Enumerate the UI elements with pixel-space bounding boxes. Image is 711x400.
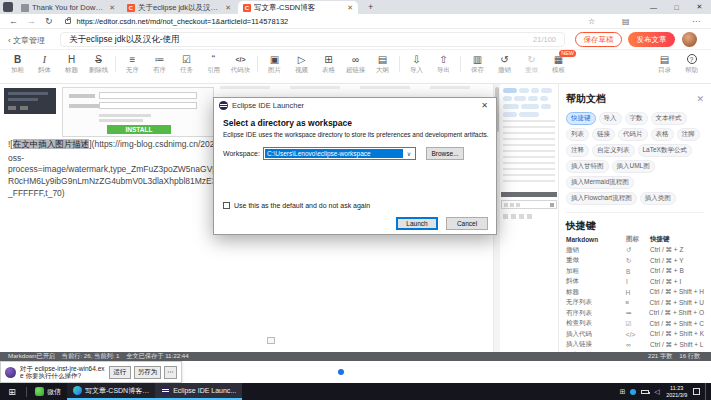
help-tag[interactable]: 表格 bbox=[651, 128, 674, 141]
help-tag[interactable]: 自定义列表 bbox=[592, 144, 635, 157]
start-button[interactable]: ⊞ bbox=[0, 383, 24, 400]
help-tag[interactable]: 字数 bbox=[625, 112, 648, 125]
publish-button[interactable]: 发布文章 bbox=[628, 32, 675, 47]
show-desktop-button[interactable] bbox=[705, 383, 708, 400]
toolbar-task-list-button[interactable]: ☑任务 bbox=[173, 53, 200, 75]
toolbar-undo-button[interactable]: ↺撤销 bbox=[491, 53, 518, 75]
maximize-button[interactable]: □ bbox=[665, 0, 688, 14]
toolbar-italic-button[interactable]: I斜体 bbox=[31, 53, 58, 75]
toolbar-unordered-list-button[interactable]: ≡无序 bbox=[119, 53, 146, 75]
toolbar-strikethrough-button[interactable]: S删除线 bbox=[85, 53, 112, 75]
help-tag[interactable]: 插入Mermaid流程图 bbox=[566, 176, 634, 189]
browser-tab-3-active[interactable]: C 写文章-CSDN博客 ✕ bbox=[238, 1, 358, 14]
minimize-button[interactable]: — bbox=[642, 0, 665, 14]
toolbar-table-button[interactable]: ⊞表格 bbox=[315, 53, 342, 75]
help-tag[interactable]: 注脚 bbox=[677, 128, 700, 141]
battery-icon[interactable] bbox=[641, 390, 649, 394]
browser-tab-2[interactable]: C 关于eclipse jdk以及汉化-CSDN… ✕ bbox=[122, 1, 236, 14]
help-tag[interactable]: 链接 bbox=[592, 128, 615, 141]
toolbar-help-button[interactable]: ?帮助 bbox=[678, 53, 705, 75]
save-as-button[interactable]: 另存为 bbox=[134, 366, 161, 379]
hyperlink-icon: ∞ bbox=[342, 53, 369, 66]
help-tag[interactable]: 注释 bbox=[566, 144, 589, 157]
browser-logo-icon[interactable] bbox=[3, 2, 13, 12]
cancel-button[interactable]: Cancel bbox=[446, 217, 488, 230]
shortcut-row: 重做↻Ctrl / ⌘ + Y bbox=[566, 256, 704, 267]
toolbar-toc-button[interactable]: ▤目录 bbox=[651, 53, 678, 75]
input-indicator-icon[interactable]: ⊞ bbox=[619, 383, 625, 400]
markdown-url-line[interactable]: oss- bbox=[8, 153, 24, 163]
taskbar-item-eclipse[interactable]: Eclipse IDE Launc... bbox=[155, 383, 242, 400]
tab-close-icon[interactable]: ✕ bbox=[347, 4, 353, 12]
refresh-icon[interactable]: ↻ bbox=[45, 14, 53, 29]
help-tag[interactable]: 快捷键 bbox=[566, 112, 596, 125]
new-tab-button[interactable]: + bbox=[368, 2, 373, 12]
taskbar-clock[interactable]: 11:23 2021/3/9 bbox=[665, 385, 688, 398]
volume-icon[interactable]: ◁ bbox=[654, 383, 659, 400]
help-tag[interactable]: 插入类图 bbox=[640, 192, 676, 205]
default-checkbox-row[interactable]: Use this as the default and do not ask a… bbox=[223, 202, 370, 209]
help-tag[interactable]: 插入UML图 bbox=[612, 160, 655, 173]
tab-close-icon[interactable]: ✕ bbox=[225, 4, 231, 12]
browser-tab-1[interactable]: Thank You for Downloading Ecl... ✕ bbox=[16, 1, 120, 14]
help-tag[interactable]: 插入甘特图 bbox=[566, 160, 609, 173]
new-badge: NEW bbox=[559, 50, 576, 57]
toolbar-quote-button[interactable]: “引用 bbox=[200, 53, 227, 75]
undo-label: 撤销 bbox=[491, 66, 518, 75]
shortcut-name: 无序列表 bbox=[566, 298, 626, 307]
checkbox[interactable] bbox=[223, 202, 230, 209]
save-draft-button[interactable]: 保存草稿 bbox=[575, 32, 622, 47]
toolbar-redo-button[interactable]: ↻重做 bbox=[518, 53, 545, 75]
outline-icon: ▤ bbox=[369, 53, 396, 66]
help-panel-close-icon[interactable]: ✕ bbox=[696, 94, 704, 104]
workspace-combobox[interactable]: C:\Users\Lenovo\eclipse-workspace ∨ bbox=[263, 147, 416, 160]
toolbar-template-button[interactable]: ▦模板NEW bbox=[545, 53, 572, 75]
dialog-titlebar[interactable]: Eclipse IDE Launcher ✕ bbox=[214, 98, 496, 112]
toolbar-code-block-button[interactable]: </>代码块 bbox=[227, 53, 254, 75]
help-tag[interactable]: 列表 bbox=[566, 128, 589, 141]
toolbar-save-button[interactable]: ▥保存 bbox=[464, 53, 491, 75]
dialog-close-icon[interactable]: ✕ bbox=[478, 101, 491, 110]
close-button[interactable]: ✕ bbox=[688, 0, 711, 14]
help-tag[interactable]: 文本样式 bbox=[651, 112, 687, 125]
favorites-star-icon[interactable]: ☆ bbox=[588, 17, 595, 26]
help-tag[interactable]: 插入Flowchart流程图 bbox=[566, 192, 637, 205]
browser-menu-ellipsis-icon[interactable]: ⋯ bbox=[692, 17, 700, 26]
taskbar-item-edge[interactable]: 写文章-CSDN博客… bbox=[67, 383, 155, 400]
browse-button[interactable]: Browse... bbox=[426, 147, 464, 160]
toolbar-image-button[interactable]: ▣图片 bbox=[261, 53, 288, 75]
help-tag[interactable]: 导入 bbox=[599, 112, 622, 125]
chevron-down-icon[interactable]: ∨ bbox=[403, 150, 415, 157]
user-avatar[interactable] bbox=[682, 32, 697, 47]
notification-center-icon[interactable] bbox=[693, 388, 700, 395]
back-icon[interactable]: ← bbox=[9, 14, 18, 29]
article-title-input[interactable]: 关于eclipse jdk以及汉化-使用 21/100 bbox=[60, 32, 565, 47]
toolbar-video-button[interactable]: ▷视频 bbox=[288, 53, 315, 75]
markdown-url-line[interactable]: _FFFFFF,t_70) bbox=[8, 188, 65, 198]
collections-icon[interactable]: ▤ bbox=[622, 17, 630, 26]
toolbar-heading-button[interactable]: H标题 bbox=[58, 53, 85, 75]
download-prompt-bar: 对于 eclipse-inst-jre-win64.exe 你要执行什么操作? … bbox=[0, 361, 182, 383]
template-label: 模板 bbox=[545, 66, 572, 75]
help-tag[interactable]: 代码片 bbox=[618, 128, 648, 141]
launch-button[interactable]: Launch bbox=[396, 217, 438, 230]
run-button[interactable]: 运行 bbox=[109, 366, 131, 379]
more-options-button[interactable]: ⋯ bbox=[164, 366, 177, 379]
article-manage-link[interactable]: ‹ 文章管理 bbox=[8, 35, 45, 46]
taskbar-item-wechat[interactable]: 微信 bbox=[29, 383, 67, 400]
tray-app-icon[interactable] bbox=[630, 389, 636, 395]
toolbar-hyperlink-button[interactable]: ∞超链接 bbox=[342, 53, 369, 75]
help-tag[interactable]: LaTeX数学公式 bbox=[638, 144, 692, 157]
toolbar-ordered-list-button[interactable]: ≔有序 bbox=[146, 53, 173, 75]
toolbar-export-button[interactable]: ⇧导出 bbox=[430, 53, 457, 75]
toolbar-outline-button[interactable]: ▤大纲 bbox=[369, 53, 396, 75]
toolbar-import-button[interactable]: ⇩导入 bbox=[403, 53, 430, 75]
clock-time: 11:23 bbox=[666, 385, 687, 391]
tab-close-icon[interactable]: ✕ bbox=[109, 4, 115, 12]
toolbar-bold-button[interactable]: B加粗 bbox=[4, 53, 31, 75]
lock-icon[interactable] bbox=[65, 19, 71, 24]
forward-icon[interactable]: → bbox=[27, 14, 36, 29]
url-text[interactable]: https://editor.csdn.net/md/not_checkout=… bbox=[77, 17, 289, 26]
editor-status-bar: Markdown已开启 当前行: 26, 当前列: 1 全文已保存于 11:22… bbox=[0, 352, 711, 361]
redo-label: 重做 bbox=[518, 66, 545, 75]
